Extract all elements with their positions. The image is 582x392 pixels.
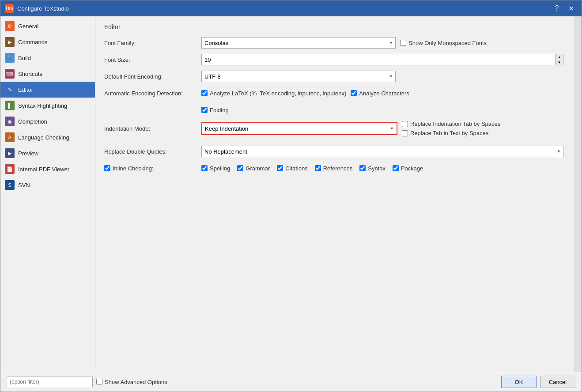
indentation-row: Indentation Mode: Keep Indentation No In… — [104, 121, 566, 136]
inline-checking-options: Spelling Grammar Citations References — [201, 165, 423, 172]
references-checkbox[interactable] — [315, 165, 321, 171]
folding-checkbox[interactable] — [201, 107, 208, 113]
sidebar-label-build: Build — [18, 55, 31, 61]
titlebar-buttons: ? ✕ — [551, 3, 577, 14]
langcheck-icon: A — [5, 132, 15, 142]
help-button[interactable]: ? — [551, 3, 563, 14]
sidebar-label-preview: Preview — [18, 150, 38, 157]
window-content: ⚙ General ▶ Commands 🔨 Build ⌨ Shortcuts… — [0, 16, 582, 372]
cancel-button[interactable]: Cancel — [540, 376, 575, 388]
spelling-label[interactable]: Spelling — [201, 165, 230, 172]
preview-icon: ▶ — [5, 148, 15, 158]
folding-text: Folding — [210, 107, 229, 113]
show-advanced-checkbox[interactable] — [96, 379, 102, 385]
font-size-up-button[interactable]: ▲ — [556, 54, 563, 60]
sidebar-label-commands: Commands — [18, 39, 47, 45]
sidebar-item-completion[interactable]: ◉ Completion — [0, 113, 95, 129]
sidebar-item-svn[interactable]: S SVN — [0, 177, 95, 193]
sidebar-label-completion: Completion — [18, 118, 47, 125]
font-family-select-wrapper: Consolas Courier New Arial — [201, 37, 396, 49]
font-size-label: Font Size: — [104, 57, 201, 63]
syntax-checkbox[interactable] — [359, 165, 366, 171]
replace-indent-tab-checkbox[interactable] — [402, 121, 408, 127]
package-label[interactable]: Package — [393, 165, 423, 172]
inline-checking-checkbox[interactable] — [104, 165, 110, 171]
svn-icon: S — [5, 180, 15, 190]
font-family-controls: Consolas Courier New Arial Show Only Mon… — [201, 37, 566, 49]
spelling-text: Spelling — [210, 165, 230, 172]
grammar-label[interactable]: Grammar — [237, 165, 270, 172]
auto-encoding-label: Automatic Encoding Detection: — [104, 90, 201, 97]
show-monospaced-checkbox[interactable] — [400, 40, 406, 46]
scrollbar[interactable] — [574, 16, 582, 372]
replace-tab-text-checkbox[interactable] — [402, 130, 408, 136]
font-size-down-button[interactable]: ▼ — [556, 60, 563, 65]
window-title: Configure TeXstudio — [17, 5, 551, 12]
sidebar-item-build[interactable]: 🔨 Build — [0, 50, 95, 66]
ok-button[interactable]: OK — [501, 376, 537, 388]
sidebar-item-syntax[interactable]: ▌ Syntax Highlighting — [0, 98, 95, 113]
close-button[interactable]: ✕ — [565, 3, 577, 14]
section-title: Editor — [104, 23, 566, 30]
sidebar-label-shortcuts: Shortcuts — [18, 71, 42, 77]
sidebar-item-pdfviewer[interactable]: 📄 Internal PDF Viewer — [0, 161, 95, 177]
sidebar-item-preview[interactable]: ▶ Preview — [0, 145, 95, 161]
general-icon: ⚙ — [5, 21, 15, 31]
bottom-bar: Show Advanced Options OK Cancel — [0, 372, 582, 392]
analyze-latex-checkbox[interactable] — [201, 90, 208, 96]
default-encoding-select[interactable]: UTF-8 UTF-16 ISO-8859-1 — [201, 71, 396, 82]
show-advanced-text: Show Advanced Options — [105, 379, 167, 385]
replace-quotes-select-wrapper: No Replacement English Quotes French Quo… — [201, 146, 563, 157]
sidebar-label-pdfviewer: Internal PDF Viewer — [18, 166, 69, 173]
folding-label[interactable]: Folding — [201, 107, 229, 113]
citations-text: Citations — [285, 165, 308, 172]
spelling-checkbox[interactable] — [201, 165, 208, 171]
font-size-spinner-wrapper: ▲ ▼ — [201, 54, 563, 65]
font-size-row: Font Size: ▲ ▼ — [104, 53, 566, 66]
auto-encoding-controls: Analyze LaTeX (% !TeX encoding, inputenc… — [201, 90, 566, 97]
show-monospaced-label[interactable]: Show Only Monospaced Fonts — [400, 40, 487, 46]
sidebar-item-shortcuts[interactable]: ⌨ Shortcuts — [0, 66, 95, 82]
grammar-checkbox[interactable] — [237, 165, 243, 171]
option-filter-input[interactable] — [7, 377, 93, 387]
default-encoding-row: Default Font Encoding: UTF-8 UTF-16 ISO-… — [104, 70, 566, 83]
indentation-select[interactable]: Keep Indentation No Indentation Indent a… — [202, 123, 397, 134]
replace-tab-text-text: Replace Tab in Text by Spaces — [410, 130, 488, 136]
replace-quotes-label: Replace Double Quotes: — [104, 148, 201, 155]
analyze-chars-label[interactable]: Analyze Characters — [351, 90, 409, 97]
inline-checking-text: Inline Checking: — [113, 165, 154, 172]
bottom-left: Show Advanced Options — [7, 377, 167, 387]
font-size-input[interactable] — [201, 54, 563, 65]
syntax-icon: ▌ — [5, 101, 15, 110]
sidebar-label-langcheck: Language Checking — [18, 134, 69, 141]
references-label[interactable]: References — [315, 165, 352, 172]
main-panel: Editor Font Family: Consolas Courier New… — [95, 16, 574, 372]
citations-checkbox[interactable] — [277, 165, 283, 171]
replace-indent-tab-text: Replace Indentation Tab by Spaces — [410, 121, 500, 127]
font-size-controls: ▲ ▼ — [201, 54, 566, 65]
sidebar-item-general[interactable]: ⚙ General — [0, 18, 95, 34]
replace-tab-text-label[interactable]: Replace Tab in Text by Spaces — [402, 130, 500, 136]
font-family-select[interactable]: Consolas Courier New Arial — [201, 37, 396, 49]
analyze-latex-text: Analyze LaTeX (% !TeX encoding, inputenc… — [210, 90, 346, 97]
inline-checking-checkbox-label[interactable]: Inline Checking: — [104, 165, 201, 172]
replace-indent-tab-label[interactable]: Replace Indentation Tab by Spaces — [402, 121, 500, 127]
replace-quotes-row: Replace Double Quotes: No Replacement En… — [104, 145, 566, 158]
analyze-latex-label[interactable]: Analyze LaTeX (% !TeX encoding, inputenc… — [201, 90, 346, 97]
syntax-text: Syntax — [368, 165, 385, 172]
sidebar-item-editor[interactable]: ✎ Editor — [0, 82, 95, 98]
sidebar-item-commands[interactable]: ▶ Commands — [0, 34, 95, 50]
sidebar-label-svn: SVN — [18, 182, 30, 188]
titlebar: TXS Configure TeXstudio ? ✕ — [0, 0, 582, 16]
analyze-chars-checkbox[interactable] — [351, 90, 357, 96]
font-size-spinner-buttons: ▲ ▼ — [555, 54, 563, 65]
package-checkbox[interactable] — [393, 165, 399, 171]
replace-quotes-select[interactable]: No Replacement English Quotes French Quo… — [201, 146, 563, 157]
citations-label[interactable]: Citations — [277, 165, 308, 172]
auto-encoding-row: Automatic Encoding Detection: Analyze La… — [104, 87, 566, 99]
show-advanced-label[interactable]: Show Advanced Options — [96, 379, 167, 385]
sidebar-item-langcheck[interactable]: A Language Checking — [0, 129, 95, 145]
syntax-label[interactable]: Syntax — [359, 165, 385, 172]
build-icon: 🔨 — [5, 53, 15, 63]
inline-checking-row: Inline Checking: Spelling Grammar Citati… — [104, 162, 566, 174]
